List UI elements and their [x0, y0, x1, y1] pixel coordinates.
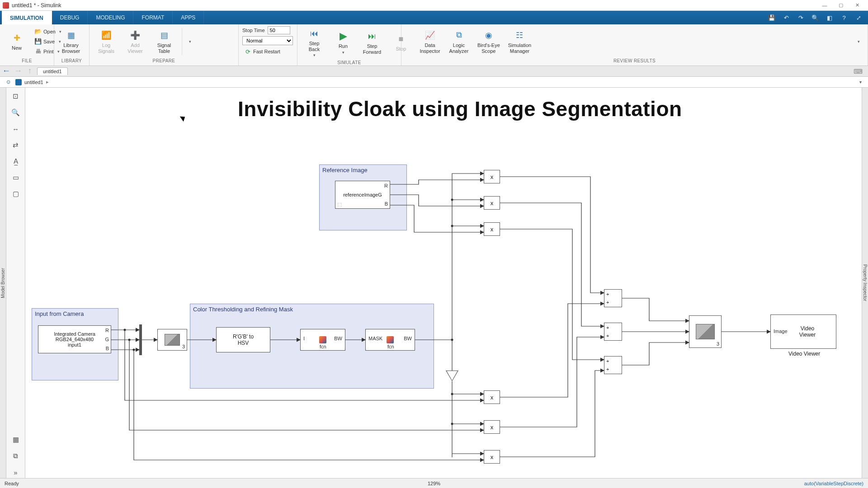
status-solver[interactable]: auto(VariableStepDiscrete) [804, 481, 863, 486]
fit-width-icon[interactable]: ↔ [10, 123, 22, 135]
crumb-expand-icon[interactable]: ▾ [859, 80, 864, 84]
status-zoom: 129% [428, 481, 440, 486]
print-icon: 🖶 [34, 48, 42, 55]
breadcrumb-bar: ⊙ untitled1 ▸ ▾ [0, 77, 868, 88]
pan-tool-icon[interactable]: ⇄ [10, 139, 22, 151]
svg-point-19 [451, 393, 453, 395]
crumb-toggle-icon[interactable]: ⊙ [4, 79, 13, 85]
tab-debug[interactable]: DEBUG [52, 11, 88, 24]
step-forward-button[interactable]: ⏭ Step Forward [359, 29, 385, 56]
library-icon: ▦ [65, 29, 77, 42]
quick-help-icon[interactable]: ? [839, 13, 849, 23]
document-tabstrip: ⭠ ⭢ ⭡ untitled1 ⌨ [0, 66, 868, 77]
nav-forward-icon[interactable]: ⭢ [14, 67, 23, 75]
data-inspector-icon: 📈 [424, 29, 436, 42]
data-inspector-button[interactable]: 📈 Data Inspector [417, 28, 443, 55]
signal-table-icon: ▤ [158, 29, 170, 42]
stop-time-input[interactable] [268, 26, 290, 34]
model-icon [15, 79, 22, 85]
quick-save-icon[interactable]: 💾 [767, 13, 777, 23]
svg-point-23 [133, 349, 135, 351]
palette-expand-icon[interactable]: » [10, 466, 22, 478]
minimize-button[interactable]: — [816, 1, 833, 10]
palette-misc2-icon[interactable]: ⧉ [10, 450, 22, 462]
fast-restart-button[interactable]: ⟳Fast Restart [242, 47, 282, 56]
tab-apps[interactable]: APPS [173, 11, 204, 24]
group-label-prepare: PREPARE [90, 58, 238, 66]
folder-icon: 📂 [34, 28, 42, 35]
birds-eye-icon: ◉ [482, 29, 495, 42]
title-bar: untitled1 * - Simulink — ▢ ✕ [0, 0, 868, 11]
quick-redo-icon[interactable]: ↷ [796, 13, 806, 23]
new-button[interactable]: ✚ New [4, 31, 30, 52]
sim-manager-button[interactable]: ☷ Simulation Manager [505, 28, 534, 55]
play-icon: ▶ [337, 30, 349, 42]
group-label-file: FILE [0, 58, 54, 66]
ribbon-tabstrip: SIMULATION DEBUG MODELING FORMAT APPS 💾 … [0, 11, 868, 24]
new-icon: ✚ [10, 32, 23, 44]
keyboard-icon[interactable]: ⌨ [854, 68, 866, 75]
quick-access: 💾 ↶ ↷ 🔍 ◧ ? ⤢ [767, 11, 868, 24]
group-label-review: REVIEW RESULTS [401, 58, 868, 66]
property-inspector-strip[interactable]: Property Inspector [862, 88, 868, 478]
review-expand[interactable]: ▾ [858, 39, 864, 44]
step-back-icon: ⏮ [308, 27, 321, 40]
zoom-fit-icon[interactable]: ⊡ [10, 90, 22, 102]
area-tool-icon[interactable]: ▭ [10, 172, 22, 183]
nav-back-icon[interactable]: ⭠ [2, 67, 11, 75]
tab-modeling[interactable]: MODELING [88, 11, 133, 24]
quick-marker-icon[interactable]: ◧ [825, 13, 835, 23]
close-button[interactable]: ✕ [849, 1, 865, 10]
svg-point-22 [128, 339, 131, 341]
nav-up-icon[interactable]: ⭡ [25, 67, 34, 75]
palette-misc1-icon[interactable]: ▦ [10, 434, 22, 446]
maximize-button[interactable]: ▢ [833, 1, 849, 10]
window-title: untitled1 * - Simulink [12, 2, 61, 9]
add-viewer-button: ➕ Add Viewer [122, 28, 148, 55]
zoom-tool-icon[interactable]: 🔍 [10, 107, 22, 118]
birds-eye-button[interactable]: ◉ Bird's-Eye Scope [475, 28, 503, 55]
log-signals-button: 📶 Log Signals [93, 28, 119, 55]
status-left: Ready [5, 481, 19, 486]
logic-analyzer-button[interactable]: ⧉ Logic Analyzer [446, 28, 472, 55]
svg-point-12 [451, 199, 453, 201]
canvas[interactable]: Invisibility Cloak using Image Segmentat… [25, 88, 862, 478]
sim-mode-select[interactable]: Normal [242, 36, 293, 45]
chevron-right-icon: ▸ [46, 79, 49, 85]
tab-simulation[interactable]: SIMULATION [2, 11, 52, 24]
crumb-root[interactable]: untitled1 [24, 80, 43, 85]
annotation-tool-icon[interactable]: A̲ [10, 155, 22, 167]
run-button[interactable]: ▶ Run ▾ [330, 29, 356, 56]
disk-icon: 💾 [34, 38, 42, 45]
quick-search-icon[interactable]: 🔍 [810, 13, 820, 23]
svg-point-21 [124, 329, 126, 331]
workspace: Model Browser ⊡ 🔍 ↔ ⇄ A̲ ▭ ▢ ▦ ⧉ » Invis… [0, 88, 868, 478]
prepare-expand[interactable]: ▾ [187, 39, 193, 44]
signal-table-button[interactable]: ▤ Signal Table [151, 28, 177, 55]
svg-point-13 [451, 225, 453, 227]
status-bar: Ready 129% auto(VariableStepDiscrete) [0, 478, 868, 488]
group-label-library: LIBRARY [54, 58, 89, 66]
fast-restart-icon: ⟳ [244, 48, 251, 55]
image-tool-icon[interactable]: ▢ [10, 188, 22, 200]
quick-undo-icon[interactable]: ↶ [781, 13, 791, 23]
add-viewer-icon: ➕ [129, 29, 142, 42]
document-tab[interactable]: untitled1 [37, 67, 68, 75]
stop-time-label: Stop Time [242, 28, 265, 33]
log-signals-icon: 📶 [100, 29, 113, 42]
model-browser-strip[interactable]: Model Browser [0, 88, 6, 478]
app-icon [3, 2, 9, 9]
wires [25, 88, 862, 478]
stop-time-field[interactable]: Stop Time [242, 26, 290, 34]
library-browser-button[interactable]: ▦ Library Browser [58, 28, 84, 55]
quick-fullscreen-icon[interactable]: ⤢ [854, 13, 863, 23]
tab-format[interactable]: FORMAT [133, 11, 173, 24]
svg-point-20 [451, 423, 453, 425]
step-forward-icon: ⏭ [366, 30, 378, 42]
ribbon: ✚ New 📂Open▾ 💾Save▾ 🖶Print▾ FILE ▦ Libra… [0, 24, 868, 66]
sim-manager-icon: ☷ [513, 29, 526, 42]
step-back-button[interactable]: ⏮ Step Back ▾ [301, 26, 327, 58]
canvas-palette: ⊡ 🔍 ↔ ⇄ A̲ ▭ ▢ ▦ ⧉ » [6, 88, 25, 478]
group-label-simulate: SIMULATE [297, 60, 401, 66]
logic-analyzer-icon: ⧉ [453, 29, 465, 42]
